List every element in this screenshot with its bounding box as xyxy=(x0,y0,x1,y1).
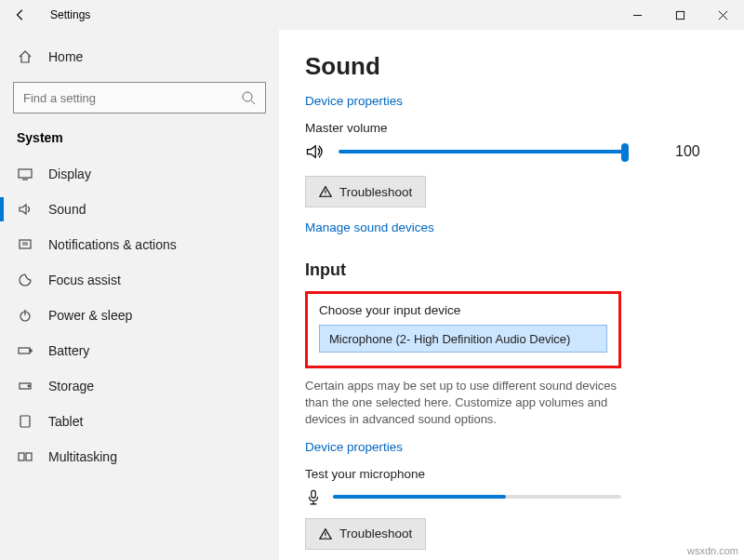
sidebar-item-label: Display xyxy=(48,167,91,181)
sidebar-item-tablet[interactable]: Tablet xyxy=(0,404,279,439)
display-icon xyxy=(17,166,33,182)
svg-rect-12 xyxy=(312,490,316,498)
microphone-icon xyxy=(305,488,322,505)
focus-icon xyxy=(17,272,33,288)
sidebar-item-label: Notifications & actions xyxy=(48,237,177,252)
sidebar-item-label: Sound xyxy=(48,202,86,217)
troubleshoot-button-2[interactable]: Troubleshoot xyxy=(305,518,426,550)
sidebar-item-notifications[interactable]: Notifications & actions xyxy=(0,227,279,262)
input-heading: Input xyxy=(305,260,718,280)
sidebar-item-label: Power & sleep xyxy=(48,308,132,323)
svg-rect-11 xyxy=(26,453,32,460)
svg-rect-9 xyxy=(20,416,30,427)
battery-icon xyxy=(17,342,33,359)
device-properties-link[interactable]: Device properties xyxy=(305,94,718,108)
tablet-icon xyxy=(17,413,33,430)
master-volume-label: Master volume xyxy=(305,121,718,135)
sidebar-item-focus-assist[interactable]: Focus assist xyxy=(0,262,279,298)
slider-thumb[interactable] xyxy=(621,143,629,162)
svg-rect-10 xyxy=(19,453,24,460)
input-device-select[interactable]: Microphone (2- High Definition Audio Dev… xyxy=(319,325,607,353)
window-title: Settings xyxy=(50,8,90,21)
speaker-icon xyxy=(305,142,324,161)
sidebar-item-sound[interactable]: Sound xyxy=(0,192,279,227)
troubleshoot-label: Troubleshoot xyxy=(339,185,412,199)
device-properties-link-2[interactable]: Device properties xyxy=(305,440,718,454)
home-icon xyxy=(17,48,33,65)
storage-icon xyxy=(17,378,33,394)
sidebar-item-multitasking[interactable]: Multitasking xyxy=(0,439,279,474)
sidebar-item-display[interactable]: Display xyxy=(0,156,279,192)
sidebar-item-power[interactable]: Power & sleep xyxy=(0,298,279,333)
troubleshoot-label-2: Troubleshoot xyxy=(339,527,412,540)
titlebar: Settings xyxy=(0,0,744,30)
search-input[interactable] xyxy=(13,82,266,113)
svg-point-8 xyxy=(28,385,30,387)
svg-rect-5 xyxy=(19,348,30,353)
sidebar-item-label: Focus assist xyxy=(48,273,121,287)
sidebar-item-label: Tablet xyxy=(48,414,83,429)
master-volume-slider[interactable] xyxy=(339,150,627,153)
sidebar-item-storage[interactable]: Storage xyxy=(0,368,279,404)
svg-rect-2 xyxy=(19,169,32,178)
search-field[interactable] xyxy=(23,91,241,105)
maximize-button[interactable] xyxy=(658,0,701,30)
minimize-button[interactable] xyxy=(616,0,658,30)
home-label: Home xyxy=(48,49,83,64)
manage-devices-link[interactable]: Manage sound devices xyxy=(305,220,718,234)
sidebar-item-battery[interactable]: Battery xyxy=(0,333,279,368)
troubleshoot-button[interactable]: Troubleshoot xyxy=(305,176,426,207)
master-volume-value: 100 xyxy=(675,143,700,160)
arrow-left-icon xyxy=(14,8,27,21)
warning-icon xyxy=(319,527,332,540)
warning-icon xyxy=(319,185,332,198)
back-button[interactable] xyxy=(0,0,41,30)
test-mic-label: Test your microphone xyxy=(305,467,718,481)
sound-icon xyxy=(17,201,33,218)
main-content: Sound Device properties Master volume 10… xyxy=(279,30,744,560)
notifications-icon xyxy=(17,236,33,253)
input-device-value: Microphone (2- High Definition Audio Dev… xyxy=(329,332,570,346)
svg-point-1 xyxy=(243,92,252,101)
sidebar-item-label: Battery xyxy=(48,343,89,358)
sidebar-item-label: Storage xyxy=(48,379,94,393)
watermark: wsxdn.com xyxy=(687,545,738,556)
multitasking-icon xyxy=(17,448,33,465)
svg-rect-0 xyxy=(676,11,684,19)
page-title: Sound xyxy=(305,52,718,81)
sidebar: Home System Display Sound Notifications … xyxy=(0,30,279,560)
choose-input-label: Choose your input device xyxy=(319,303,607,317)
power-icon xyxy=(17,307,33,324)
breadcrumb: System xyxy=(0,127,279,156)
mic-level-bar xyxy=(333,495,621,499)
search-icon xyxy=(241,90,256,105)
home-button[interactable]: Home xyxy=(0,39,279,74)
sidebar-item-label: Multitasking xyxy=(48,449,117,464)
highlight-box: Choose your input device Microphone (2- … xyxy=(305,291,621,368)
close-button[interactable] xyxy=(701,0,744,30)
svg-rect-6 xyxy=(30,350,32,352)
input-help-text: Certain apps may be set up to use differ… xyxy=(305,378,640,429)
